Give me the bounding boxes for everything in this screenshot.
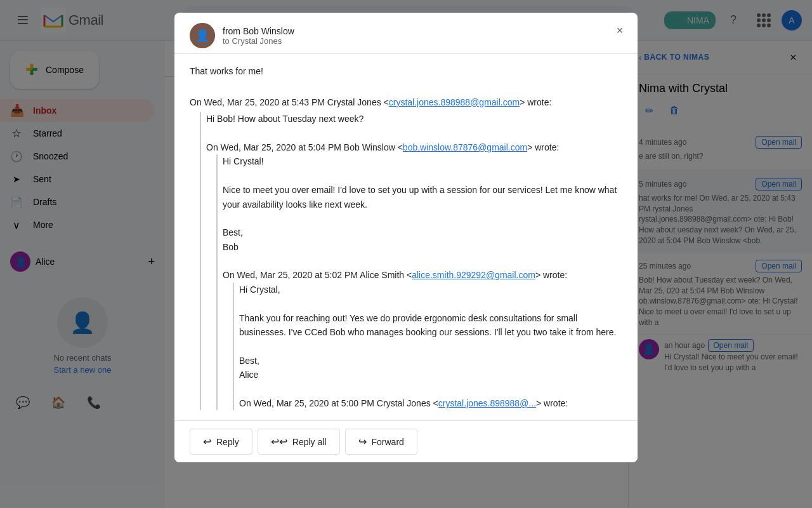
reply-label: Reply (216, 437, 239, 447)
quote3-header-line: On Wed, Mar 25, 2020 at 5:02 PM Alice Sm… (223, 268, 622, 282)
modal-close-button[interactable]: × (610, 20, 630, 41)
email-link-1[interactable]: crystal.jones.898988@gmail.com (389, 97, 520, 107)
modal-footer: ↩ Reply ↩↩ Reply all ↪ Forward (174, 420, 638, 462)
reply-all-label: Reply all (292, 437, 327, 447)
sender-info: from Bob Winslow to Crystal Jones (223, 26, 294, 46)
quote4-partial-line: On Wed, Mar 25, 2020 at 5:00 PM Crystal … (239, 396, 622, 410)
forward-label: Forward (372, 437, 404, 447)
email-link-3[interactable]: alice.smith.929292@gmail.com (412, 270, 535, 280)
sender-from: from Bob Winslow (223, 26, 294, 36)
reply-icon: ↩ (203, 436, 211, 448)
forward-icon: ↪ (358, 436, 367, 448)
reply-button[interactable]: ↩ Reply (190, 429, 252, 455)
modal-body: That works for me! On Wed, Mar 25, 2020 … (174, 54, 638, 420)
modal-overlay: × 👤 from Bob Winslow to Crystal Jones Th… (0, 0, 812, 508)
email-quote1-header: On Wed, Mar 25, 2020 at 5:43 PM Crystal … (190, 95, 622, 109)
email-link-2[interactable]: bob.winslow.87876@gmail.com (403, 142, 527, 152)
sender-avatar-img: 👤 (190, 23, 215, 48)
forward-button[interactable]: ↪ Forward (345, 429, 417, 455)
modal-header: 👤 from Bob Winslow to Crystal Jones (174, 13, 638, 54)
email-content: That works for me! On Wed, Mar 25, 2020 … (190, 64, 622, 410)
sender-avatar: 👤 (190, 23, 215, 48)
quote2-header-line: On Wed, Mar 25, 2020 at 5:04 PM Bob Wins… (206, 140, 622, 154)
email-link-4-partial[interactable]: crystal.jones.898988@... (438, 398, 536, 408)
quote3-body: Hi Crystal, Thank you for reaching out! … (233, 283, 622, 411)
quote2-body: Hi Crystal! Nice to meet you over email!… (216, 154, 622, 410)
reply-all-icon: ↩↩ (271, 436, 287, 448)
email-line-1: That works for me! (190, 64, 622, 78)
reply-all-button[interactable]: ↩↩ Reply all (258, 429, 340, 455)
quote1-body: Hi Bob! How about Tuesday next week? On … (200, 112, 622, 410)
sender-to: to Crystal Jones (223, 36, 294, 46)
sender-row: 👤 from Bob Winslow to Crystal Jones (190, 23, 607, 48)
email-modal: × 👤 from Bob Winslow to Crystal Jones Th… (174, 13, 638, 462)
